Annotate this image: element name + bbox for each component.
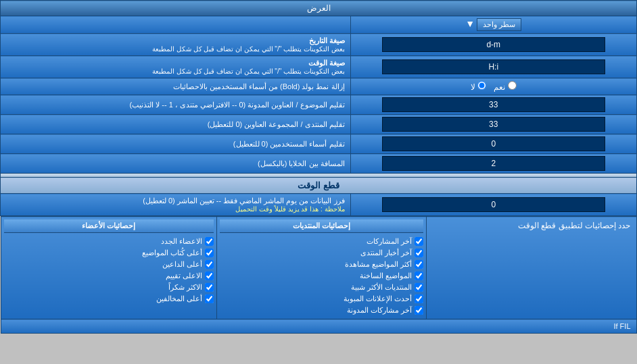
stat-checkbox-hot-topics[interactable]	[415, 271, 423, 280]
radio-no-label: لا	[471, 82, 486, 92]
stat-item-similar-forums: المنتديات الأكثر شبية	[220, 282, 423, 293]
col-spacing-label: المسافة بين الخلايا (بالبكسل)	[1, 154, 351, 174]
stats-right-header: إحصائيات الأعضاء	[4, 219, 214, 233]
time-format-label: صيغة الوقت بعض التكوينات يتطلب "/" التي …	[1, 56, 351, 78]
col-spacing-cell	[350, 154, 636, 174]
stat-label-new-members: الاعضاء الجدد	[161, 237, 202, 246]
stat-checkbox-blog-posts[interactable]	[415, 306, 423, 315]
page-title: العرض	[1, 1, 637, 16]
date-format-input[interactable]	[382, 37, 605, 52]
topic-trim-label: تقليم الموضوع / العناوين المدونة (0 -- ا…	[1, 95, 351, 115]
stat-checkbox-top-violators[interactable]	[205, 294, 214, 303]
forum-trim-label: تقليم المنتدى / المجموعة العناوين (0 للت…	[1, 115, 351, 134]
time-cut-title: قطع الوقت	[1, 178, 637, 194]
radio-no[interactable]	[477, 81, 486, 90]
stat-label-blog-posts: آخر مشاركات المدونة	[347, 306, 412, 315]
stat-item-top-writers: أعلى كُتاب المواضيع	[4, 247, 214, 259]
date-format-title: صيغة التاريخ	[6, 36, 345, 45]
stat-item-shares: آخر المشاركات	[220, 236, 423, 247]
stats-note-text: حدد إحصائيات لتطبيق قطع الوقت	[518, 221, 630, 230]
cutoff-label: فرز البيانات من يوم الماشر الماضي فقط --…	[1, 194, 351, 216]
time-format-sublabel: بعض التكوينات يتطلب "/" التي يمكن ان تضا…	[6, 68, 345, 75]
display-mode-dropdown[interactable]: سطر واحد	[477, 18, 521, 31]
stat-label-most-viewed: أكثر المواضيع مشاهدة	[345, 260, 412, 269]
stat-label-hot-topics: المواضيع الساخنة	[360, 271, 412, 280]
stat-item-new-members: الاعضاء الجدد	[4, 236, 214, 247]
forum-trim-cell	[350, 115, 636, 134]
bold-remove-label: إزالة نمط بولد (Bold) من أسماء المستخدمي…	[1, 78, 351, 95]
stat-item-hot-topics: المواضيع الساخنة	[220, 270, 423, 282]
stat-label-classified-ads: أحدث الإعلانات المبوبة	[344, 294, 412, 303]
stats-right-col: إحصائيات الأعضاء الاعضاء الجدد أعلى كُتا…	[1, 217, 217, 319]
time-format-input[interactable]	[382, 59, 605, 74]
col-spacing-input[interactable]	[382, 156, 605, 171]
topic-trim-cell	[350, 95, 636, 115]
cutoff-input[interactable]	[382, 197, 605, 212]
cutoff-main-label: فرز البيانات من يوم الماشر الماضي فقط --…	[6, 197, 345, 205]
bottom-note-row: If FIL	[1, 319, 636, 334]
title-text: العرض	[307, 3, 331, 13]
stat-label-most-thanked: الاكثر شكراً	[168, 283, 202, 292]
dropdown-arrow[interactable]: ▼	[465, 18, 475, 29]
radio-yes-label: نعم	[492, 82, 517, 92]
stat-checkbox-forum-news[interactable]	[415, 249, 423, 257]
stat-item-top-inviters: أعلى الداعين	[4, 259, 214, 270]
stat-checkbox-similar-forums[interactable]	[415, 283, 423, 292]
date-format-label: صيغة التاريخ بعض التكوينات يتطلب "/" الت…	[1, 34, 351, 56]
stats-section: حدد إحصائيات لتطبيق قطع الوقت إحصائيات ا…	[1, 216, 637, 334]
stat-checkbox-top-inviters[interactable]	[205, 260, 214, 269]
stat-item-top-violators: أعلى المخالفين	[4, 293, 214, 305]
stat-checkbox-top-writers[interactable]	[205, 249, 214, 257]
if-fil-text: If FIL	[613, 322, 630, 330]
date-format-cell	[350, 34, 636, 56]
stat-label-forum-news: آخر أخبار المنتدى	[360, 249, 412, 257]
display-mode-cell: سطر واحد ▼	[350, 16, 636, 34]
stat-checkbox-classified-ads[interactable]	[415, 294, 423, 303]
time-format-title: صيغة الوقت	[6, 59, 345, 68]
stat-label-top-writers: أعلى كُتاب المواضيع	[142, 249, 202, 257]
stat-checkbox-top-rated[interactable]	[205, 271, 214, 280]
stat-label-top-violators: أعلى المخالفين	[156, 294, 202, 303]
cutoff-cell	[350, 194, 636, 216]
user-trim-input[interactable]	[382, 136, 605, 151]
stats-note-cell: حدد إحصائيات لتطبيق قطع الوقت	[427, 217, 636, 319]
stat-label-shares: آخر المشاركات	[367, 237, 412, 246]
forum-trim-input[interactable]	[382, 117, 605, 132]
date-format-sublabel: بعض التكوينات يتطلب "/" التي يمكن ان تضا…	[6, 45, 345, 53]
stat-checkbox-new-members[interactable]	[205, 237, 214, 246]
stat-item-blog-posts: آخر مشاركات المدونة	[220, 305, 423, 316]
stat-label-similar-forums: المنتديات الأكثر شبية	[351, 283, 412, 292]
time-format-cell	[350, 56, 636, 78]
stat-item-classified-ads: أحدث الإعلانات المبوبة	[220, 293, 423, 305]
user-trim-label: تقليم أسماء المستخدمين (0 للتعطيل)	[1, 134, 351, 154]
stat-label-top-inviters: أعلى الداعين	[162, 260, 202, 269]
stat-item-most-thanked: الاكثر شكراً	[4, 282, 214, 293]
stat-label-top-rated: الاعلى تقييم	[166, 271, 202, 280]
cutoff-note: ملاحظة : هذا قد يزيد قليلاً وقت التحميل	[6, 205, 345, 213]
stat-checkbox-shares[interactable]	[415, 237, 423, 246]
stat-item-forum-news: آخر أخبار المنتدى	[220, 247, 423, 259]
stat-item-most-viewed: أكثر المواضيع مشاهدة	[220, 259, 423, 270]
stat-item-top-rated: الاعلى تقييم	[4, 270, 214, 282]
bold-remove-cell: نعم لا	[350, 78, 636, 95]
stat-checkbox-most-viewed[interactable]	[415, 260, 423, 269]
radio-yes[interactable]	[508, 81, 517, 90]
display-mode-label	[1, 16, 351, 34]
topic-trim-input[interactable]	[382, 97, 605, 112]
user-trim-cell	[350, 134, 636, 154]
stats-middle-header: إحصائيات المنتديات	[220, 219, 423, 233]
stat-checkbox-most-thanked[interactable]	[205, 283, 214, 292]
settings-table: العرض سطر واحد ▼ صيغة التاريخ بعض التكوي…	[0, 0, 637, 334]
stats-middle-col: إحصائيات المنتديات آخر المشاركات آخر أخب…	[217, 217, 427, 319]
